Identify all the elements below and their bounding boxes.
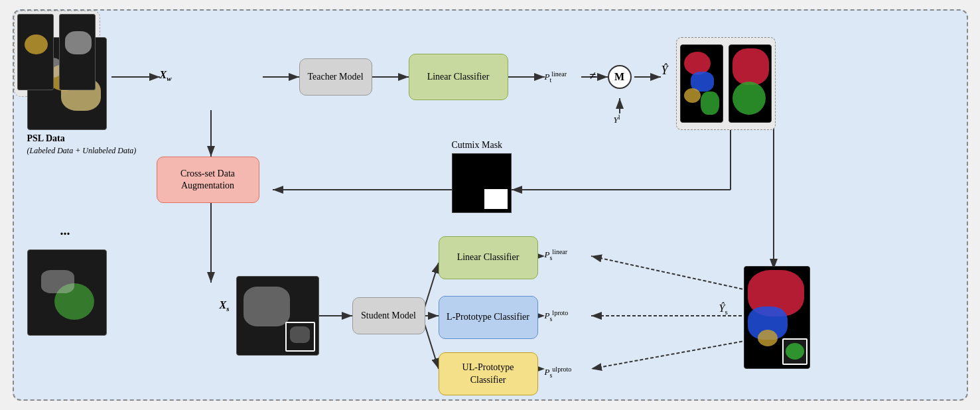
xs-scan <box>236 276 319 356</box>
circle-m: M <box>608 65 632 89</box>
bottom-right-seg-container <box>744 266 847 372</box>
top-right-seg-container <box>676 37 776 130</box>
xw-scan-1 <box>17 14 54 90</box>
teacher-model-box: Teacher Model <box>299 58 372 96</box>
ps-ulproto-label: Psulproto <box>545 366 572 379</box>
cross-set-box: Cross-set Data Augmentation <box>157 157 259 203</box>
psl-label: PSL Data (Labeled Data + Unlabeled Data) <box>27 133 137 157</box>
linear-classifier-top: Linear Classifier <box>409 54 508 100</box>
student-model-box: Student Model <box>352 297 425 334</box>
cutmix-label: Cutmix Mask <box>452 140 503 151</box>
psl-scan-bottom <box>27 249 107 336</box>
y-hat-label: Ŷ <box>662 64 668 78</box>
linear-classifier-bottom: Linear Classifier <box>439 236 538 279</box>
xw-label: Xw <box>160 69 172 82</box>
cutmix-white <box>484 189 508 209</box>
seg-top-left <box>680 44 723 123</box>
y-hat-s-label: Ŷs <box>719 303 728 316</box>
y-l-label: Yl <box>614 113 620 125</box>
pt-linear-label: Ptlinear <box>545 70 567 84</box>
ps-linear-label: Pslinear <box>545 248 568 261</box>
seg-top-right <box>729 44 772 123</box>
hash-symbol: ≠ <box>590 69 596 83</box>
seg-inset <box>782 338 807 365</box>
seg-bottom-main <box>744 266 810 369</box>
dots-label: ... <box>60 223 70 238</box>
xw-scan-2 <box>59 14 96 90</box>
cutmix-block <box>452 153 512 213</box>
ps-lproto-label: Pslproto <box>545 309 569 322</box>
xs-label: Xs <box>220 299 230 312</box>
xs-scan-inset <box>285 322 315 352</box>
ulproto-classifier-box: UL-Prototype Classifier <box>439 352 538 395</box>
diagram-container: PSL Data (Labeled Data + Unlabeled Data)… <box>13 9 968 401</box>
lproto-classifier-box: L-Prototype Classifier <box>439 296 538 339</box>
